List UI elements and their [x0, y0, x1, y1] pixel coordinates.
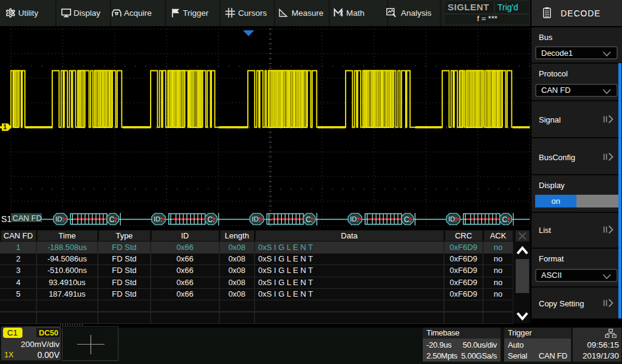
svg-text:CAN FD: CAN FD [13, 214, 42, 223]
svg-text:ID:: ID: [448, 215, 457, 223]
svg-text:ID:: ID: [350, 215, 358, 223]
svg-text:ID:: ID: [55, 215, 64, 223]
svg-text:S1: S1 [1, 214, 12, 224]
svg-text:1: 1 [3, 123, 7, 130]
svg-text:ID:: ID: [252, 215, 261, 223]
svg-text:ID:: ID: [154, 215, 162, 223]
